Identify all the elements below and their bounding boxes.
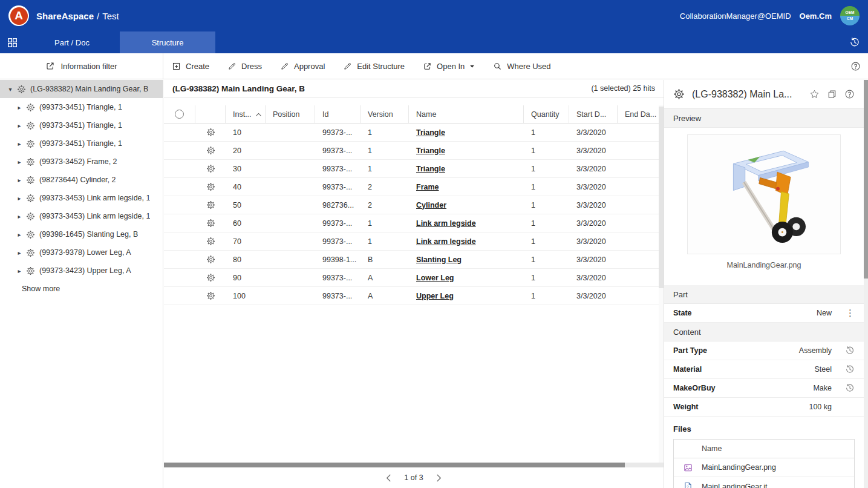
- tab-structure[interactable]: Structure: [120, 31, 215, 53]
- next-page-button[interactable]: [436, 473, 442, 483]
- tree-item[interactable]: ▸ (99373-3451) Triangle, 1: [0, 98, 163, 116]
- avatar[interactable]: OEM CM: [840, 6, 860, 25]
- help-button[interactable]: [850, 61, 861, 71]
- row-gear-cell[interactable]: [195, 164, 226, 173]
- part-name-link[interactable]: Link arm legside: [416, 237, 476, 246]
- edit-structure-button[interactable]: Edit Structure: [343, 62, 405, 71]
- part-name-link[interactable]: Triangle: [416, 165, 445, 173]
- cell-quantity: 1: [524, 165, 569, 173]
- part-name-link[interactable]: Frame: [416, 183, 439, 191]
- table-vertical-scrollbar[interactable]: [659, 105, 664, 463]
- open-in-button[interactable]: Open In: [423, 62, 475, 71]
- table-row[interactable]: 100 99373-... A Upper Leg 1 3/3/2020: [164, 287, 659, 305]
- column-start-date[interactable]: Start D...: [569, 105, 618, 123]
- row-gear-cell[interactable]: [195, 128, 226, 137]
- row-gear-cell[interactable]: [195, 237, 226, 246]
- tree-arrow-icon[interactable]: ▸: [15, 231, 24, 238]
- table-row[interactable]: 50 982736... 2 Cylinder 1 3/3/2020: [164, 196, 659, 214]
- table-row[interactable]: 80 99398-1... B Slanting Leg 1 3/3/2020: [164, 251, 659, 269]
- column-quantity[interactable]: Quantity: [524, 105, 569, 123]
- help-icon[interactable]: [844, 89, 855, 99]
- part-name-link[interactable]: Triangle: [416, 147, 445, 155]
- scrollbar-thumb[interactable]: [864, 80, 868, 279]
- tree-item[interactable]: ▸ (99398-1645) Slanting Leg, B: [0, 225, 163, 243]
- table-horizontal-scrollbar[interactable]: [164, 463, 664, 467]
- column-end-date[interactable]: End Da...: [618, 105, 658, 123]
- tree-arrow-icon[interactable]: ▸: [15, 159, 24, 165]
- user-name[interactable]: Oem.Cm: [800, 12, 832, 21]
- tree-arrow-icon[interactable]: ▸: [15, 195, 24, 202]
- part-name-link[interactable]: Link arm legside: [416, 219, 476, 228]
- table-row[interactable]: 10 99373-... 1 Triangle 1 3/3/2020: [164, 124, 659, 142]
- file-name[interactable]: MainLandingGear.jt: [702, 483, 767, 488]
- tree-arrow-icon[interactable]: ▸: [15, 140, 24, 147]
- table-row[interactable]: 70 99373-... 1 Link arm legside 1 3/3/20…: [164, 232, 659, 251]
- table-row[interactable]: 20 99373-... 1 Triangle 1 3/3/2020: [164, 142, 659, 160]
- information-filter-button[interactable]: Information filter: [0, 53, 163, 79]
- table-row[interactable]: 60 99373-... 1 Link arm legside 1 3/3/20…: [164, 214, 659, 232]
- tree-item[interactable]: ▾ (LG-938382) Main Landing Gear, B: [0, 80, 163, 98]
- history-button[interactable]: [841, 31, 868, 53]
- history-icon[interactable]: [845, 346, 855, 355]
- column-inst[interactable]: Inst...: [226, 105, 266, 123]
- details-scrollbar[interactable]: [864, 80, 868, 488]
- tree-item[interactable]: ▸ (99373-9378) Lower Leg, A: [0, 243, 163, 262]
- part-name-link[interactable]: Lower Leg: [416, 274, 454, 282]
- file-row-jt[interactable]: MainLandingGear.jt: [674, 477, 854, 488]
- tree-arrow-icon[interactable]: ▸: [15, 122, 24, 129]
- cell-version: 2: [361, 183, 409, 191]
- table-row[interactable]: 90 99373-... A Lower Leg 1 3/3/2020: [164, 269, 659, 287]
- tree-item[interactable]: ▸ (99373-3451) Triangle, 1: [0, 134, 163, 153]
- row-gear-cell[interactable]: [195, 273, 226, 282]
- row-gear-cell[interactable]: [195, 146, 226, 155]
- column-version[interactable]: Version: [361, 105, 409, 123]
- file-name[interactable]: MainLandingGear.png: [702, 463, 776, 472]
- history-icon[interactable]: [845, 383, 855, 393]
- row-gear-cell[interactable]: [195, 291, 226, 300]
- tree-arrow-icon[interactable]: ▾: [6, 86, 15, 93]
- file-row-png[interactable]: MainLandingGear.png: [674, 458, 854, 477]
- row-gear-cell[interactable]: [195, 219, 226, 228]
- copy-icon[interactable]: [827, 89, 837, 99]
- column-name[interactable]: Name: [409, 105, 524, 123]
- part-name-link[interactable]: Slanting Leg: [416, 256, 462, 264]
- dress-button[interactable]: Dress: [227, 62, 262, 71]
- select-all-checkbox[interactable]: [164, 105, 195, 123]
- table-row[interactable]: 40 99373-... 2 Frame 1 3/3/2020: [164, 178, 659, 196]
- row-gear-cell[interactable]: [195, 255, 226, 264]
- where-used-button[interactable]: Where Used: [493, 62, 550, 71]
- tree-item[interactable]: ▸ (98273644) Cylinder, 2: [0, 171, 163, 189]
- tree-arrow-icon[interactable]: ▸: [15, 249, 24, 256]
- approval-button[interactable]: Approval: [280, 62, 325, 71]
- favorite-star-icon[interactable]: [809, 89, 820, 99]
- tab-part-doc[interactable]: Part / Doc: [24, 31, 120, 53]
- tree-item[interactable]: ▸ (99373-3451) Triangle, 1: [0, 116, 163, 134]
- table-row[interactable]: 30 99373-... 1 Triangle 1 3/3/2020: [164, 160, 659, 178]
- part-name-link[interactable]: Cylinder: [416, 201, 446, 209]
- kebab-menu-icon[interactable]: ⋮: [846, 308, 855, 318]
- previous-page-button[interactable]: [385, 473, 392, 483]
- row-gear-cell[interactable]: [195, 200, 226, 209]
- tree-arrow-icon[interactable]: ▸: [15, 213, 24, 220]
- scrollbar-thumb[interactable]: [659, 107, 664, 288]
- column-position[interactable]: Position: [266, 105, 315, 123]
- tree-arrow-icon[interactable]: ▸: [15, 104, 24, 111]
- history-icon[interactable]: [845, 364, 855, 374]
- show-more-link[interactable]: Show more: [0, 280, 163, 298]
- tree-arrow-icon[interactable]: ▸: [15, 268, 24, 274]
- tree-item[interactable]: ▸ (99373-3453) Link arm legside, 1: [0, 189, 163, 207]
- part-name-link[interactable]: Triangle: [416, 128, 445, 137]
- tree-arrow-icon[interactable]: ▸: [15, 177, 24, 183]
- scrollbar-thumb[interactable]: [164, 463, 625, 467]
- preview-image[interactable]: [687, 134, 841, 254]
- part-name-link[interactable]: Upper Leg: [416, 292, 454, 300]
- apps-grid-button[interactable]: [0, 31, 24, 53]
- row-gear-cell[interactable]: [195, 182, 226, 191]
- column-id[interactable]: Id: [315, 105, 361, 123]
- shareaspace-logo-icon[interactable]: A: [8, 5, 29, 26]
- create-button[interactable]: Create: [172, 62, 209, 71]
- tree-item[interactable]: ▸ (99373-3423) Upper Leg, A: [0, 262, 163, 280]
- space-name[interactable]: Test: [102, 11, 119, 21]
- tree-item[interactable]: ▸ (99373-3452) Frame, 2: [0, 153, 163, 171]
- tree-item[interactable]: ▸ (99373-3453) Link arm legside, 1: [0, 207, 163, 225]
